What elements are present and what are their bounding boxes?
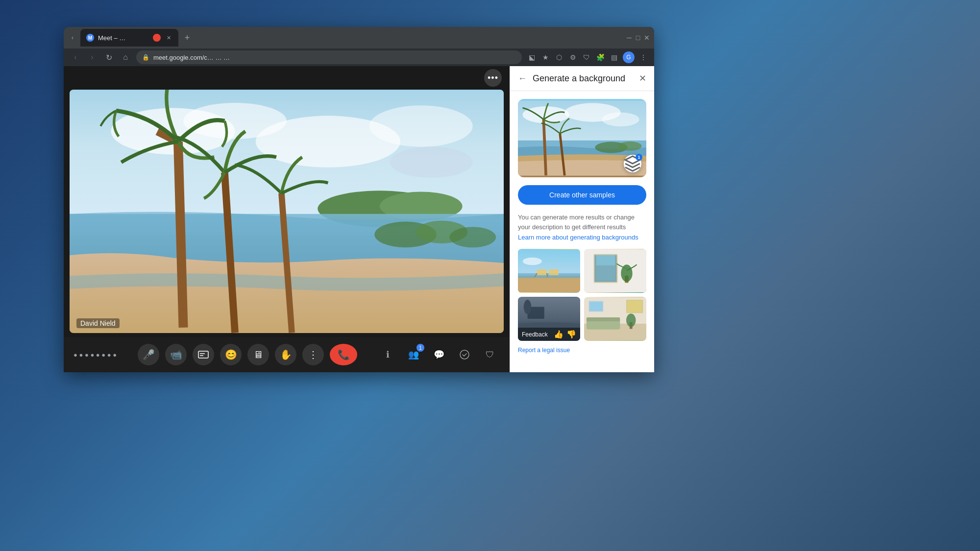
side-panel: ← Generate a background ✕ bbox=[510, 66, 654, 372]
beach-background bbox=[70, 90, 504, 333]
video-container: David Nield bbox=[70, 90, 504, 333]
svg-rect-54 bbox=[587, 317, 620, 321]
thumbs-up-button[interactable]: 👍 bbox=[554, 330, 564, 339]
controls-center: 🎤 📹 😊 🖥 ✋ ⋮ 📞 bbox=[138, 344, 357, 365]
generated-preview-image[interactable]: 1 bbox=[518, 99, 646, 177]
svg-point-30 bbox=[523, 258, 542, 265]
captions-button[interactable] bbox=[193, 344, 214, 365]
raise-hand-button[interactable]: ✋ bbox=[275, 344, 296, 365]
address-bar-area: ‹ › ↻ ⌂ 🔒 meet.google.com/c… … … ⬕ ★ ⬡ ⚙… bbox=[64, 48, 654, 66]
panel-back-button[interactable]: ← bbox=[518, 73, 527, 84]
learn-more-link[interactable]: Learn more about generating backgrounds bbox=[518, 234, 646, 241]
svg-point-4 bbox=[369, 105, 473, 146]
safety-button[interactable]: 🛡 bbox=[480, 345, 500, 364]
svg-point-47 bbox=[524, 300, 532, 314]
toolbar-icons: ⬕ ★ ⬡ ⚙ 🛡 🧩 ▤ G ⋮ bbox=[527, 51, 648, 63]
svg-rect-34 bbox=[549, 269, 559, 275]
thumbs-down-button[interactable]: 👎 bbox=[566, 330, 576, 339]
thumbnail-grid: Feedback 👍 👎 bbox=[518, 249, 646, 341]
people-badge: 1 bbox=[416, 344, 424, 352]
back-nav-button[interactable]: ‹ bbox=[70, 51, 81, 63]
chrome-menu-icon[interactable]: ⋮ bbox=[638, 52, 648, 62]
controls-left: ● ● ● ● ● ● ● ● bbox=[74, 351, 117, 359]
meet-favicon: M bbox=[86, 34, 94, 42]
svg-rect-33 bbox=[537, 269, 547, 275]
browser-window: ‹ M Meet – … ✕ + ─ □ ✕ ‹ › ↻ ⌂ 🔒 meet.go… bbox=[64, 27, 654, 372]
emoji-button[interactable]: 😊 bbox=[220, 344, 242, 365]
home-button[interactable]: ⌂ bbox=[120, 51, 131, 63]
present-button[interactable]: 🖥 bbox=[247, 344, 269, 365]
thumbnail-2[interactable] bbox=[584, 249, 646, 293]
meet-controls-bar: ● ● ● ● ● ● ● ● 🎤 📹 😊 🖥 ✋ ⋮ 📞 ℹ bbox=[64, 337, 510, 372]
participant-name-label: David Nield bbox=[76, 318, 120, 328]
tab-title: Meet – … bbox=[98, 34, 149, 42]
panel-close-button[interactable]: ✕ bbox=[639, 73, 646, 84]
microphone-button[interactable]: 🎤 bbox=[138, 344, 159, 365]
window-controls: ─ □ ✕ bbox=[626, 34, 650, 41]
minimize-button[interactable]: ─ bbox=[626, 34, 633, 41]
video-top-bar: ••• bbox=[64, 66, 510, 90]
extension-icon[interactable]: 🧩 bbox=[595, 52, 605, 62]
svg-point-23 bbox=[602, 113, 639, 127]
svg-point-56 bbox=[626, 313, 636, 327]
svg-rect-52 bbox=[590, 302, 602, 311]
activities-button[interactable] bbox=[455, 345, 474, 364]
tab-area: M Meet – … ✕ + bbox=[80, 29, 623, 47]
security-lock-icon: 🔒 bbox=[142, 54, 149, 61]
preview-layers-button[interactable]: 1 bbox=[624, 155, 641, 172]
close-window-button[interactable]: ✕ bbox=[643, 34, 650, 41]
cast-icon[interactable]: ⬕ bbox=[527, 52, 537, 62]
beach-scene-svg bbox=[70, 90, 504, 333]
thumbnail-4[interactable] bbox=[584, 297, 646, 341]
url-text: meet.google.com/c… … … bbox=[153, 54, 516, 61]
svg-rect-16 bbox=[198, 351, 208, 358]
legal-link[interactable]: Report a legal issue bbox=[518, 347, 646, 354]
layers-count-badge: 1 bbox=[636, 154, 642, 161]
create-other-samples-button[interactable]: Create other samples bbox=[518, 185, 646, 205]
thumbnail-3[interactable]: Feedback 👍 👎 bbox=[518, 297, 580, 341]
thumbnail-1[interactable] bbox=[518, 249, 580, 293]
forward-nav-button[interactable]: › bbox=[86, 51, 98, 63]
bookmark-star-icon[interactable]: ★ bbox=[540, 52, 550, 62]
camera-button[interactable]: 📹 bbox=[165, 344, 187, 365]
feedback-label: Feedback bbox=[522, 331, 551, 338]
time-display: ● ● ● ● ● ● ● ● bbox=[74, 351, 117, 359]
settings-icon[interactable]: ⚙ bbox=[568, 52, 578, 62]
controls-right: ℹ 👥 1 💬 🛡 bbox=[378, 345, 500, 364]
svg-rect-58 bbox=[627, 301, 642, 312]
svg-point-5 bbox=[390, 147, 473, 178]
svg-line-9 bbox=[178, 142, 184, 328]
svg-rect-41 bbox=[596, 255, 615, 265]
svg-point-19 bbox=[460, 350, 469, 359]
meet-content: ••• bbox=[64, 66, 654, 372]
svg-point-15 bbox=[449, 227, 496, 247]
info-button[interactable]: ℹ bbox=[378, 345, 398, 364]
tab-close-button[interactable]: ✕ bbox=[165, 34, 172, 42]
video-more-options-button[interactable]: ••• bbox=[484, 69, 502, 87]
tab-back-button[interactable]: ‹ bbox=[68, 33, 77, 43]
feedback-overlay: Feedback 👍 👎 bbox=[518, 328, 580, 341]
svg-rect-31 bbox=[518, 276, 580, 292]
people-button[interactable]: 👥 1 bbox=[404, 345, 423, 364]
shield-icon[interactable]: 🛡 bbox=[582, 52, 591, 62]
more-options-button[interactable]: ⋮ bbox=[302, 344, 324, 365]
panel-header: ← Generate a background ✕ bbox=[510, 66, 654, 91]
svg-point-28 bbox=[618, 142, 642, 151]
maximize-button[interactable]: □ bbox=[635, 34, 641, 41]
refresh-button[interactable]: ↻ bbox=[103, 51, 115, 63]
panel-description-text: You can generate more results or change … bbox=[518, 213, 646, 232]
chat-button[interactable]: 💬 bbox=[429, 345, 449, 364]
profile-avatar[interactable]: G bbox=[623, 51, 635, 63]
extensions-icon[interactable]: ⬡ bbox=[554, 52, 564, 62]
recording-indicator bbox=[153, 34, 161, 42]
sidebar-icon[interactable]: ▤ bbox=[609, 52, 619, 62]
tab-bar-left: ‹ bbox=[68, 33, 77, 43]
main-video-area: ••• bbox=[64, 66, 510, 372]
panel-title: Generate a background bbox=[533, 73, 633, 84]
end-call-button[interactable]: 📞 bbox=[330, 344, 357, 365]
svg-rect-40 bbox=[596, 266, 615, 280]
active-tab[interactable]: M Meet – … ✕ bbox=[80, 29, 178, 47]
new-tab-button[interactable]: + bbox=[180, 31, 194, 45]
address-input[interactable]: 🔒 meet.google.com/c… … … bbox=[136, 50, 522, 64]
browser-tab-bar: ‹ M Meet – … ✕ + ─ □ ✕ bbox=[64, 27, 654, 48]
